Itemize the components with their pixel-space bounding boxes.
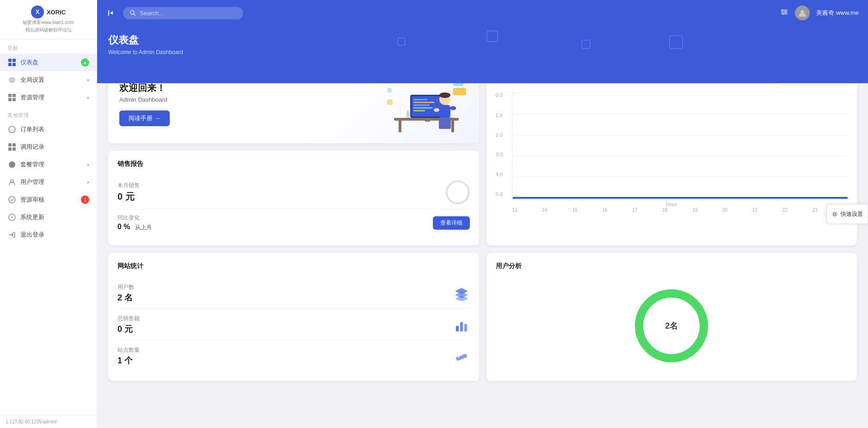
sidebar-item-dashboard-label: 仪表盘 [20, 58, 38, 67]
svg-rect-62 [460, 322, 463, 331]
sidebar-item-users[interactable]: 用户管理 ▾ [0, 173, 97, 191]
stat-row-total-sales: 总销售额 0 元 [117, 309, 470, 341]
search-box[interactable] [123, 7, 243, 19]
sidebar-item-global-settings-label: 全局设置 [20, 76, 44, 84]
svg-rect-45 [438, 117, 451, 120]
svg-rect-37 [413, 110, 425, 111]
svg-point-4 [11, 79, 13, 81]
svg-rect-6 [12, 94, 16, 97]
deco-square-3 [486, 31, 498, 42]
logo-name: XORIC [47, 9, 66, 16]
read-manual-button[interactable]: 阅读手册 → [119, 110, 170, 126]
svg-rect-64 [456, 354, 467, 361]
chevron-down-icon: ▾ [87, 78, 89, 83]
sidebar-item-call-records-label: 调用记录 [20, 143, 44, 151]
sidebar-bottom: 1.117.92.60:1235/admin/ [0, 415, 97, 428]
svg-rect-29 [399, 121, 401, 132]
quick-settings-button[interactable]: 快速设置 [826, 204, 868, 224]
sidebar-item-orders-label: 订单列表 [20, 125, 44, 134]
search-input[interactable] [140, 10, 232, 17]
svg-rect-63 [464, 324, 467, 331]
sales-change-row: 同比变化 0 % 从上月 查看详细 [117, 209, 470, 236]
svg-rect-47 [453, 88, 466, 95]
sidebar-item-call-records[interactable]: 调用记录 [0, 138, 97, 156]
logo-icon: X [31, 6, 44, 18]
donut-center-text: 2名 [665, 320, 678, 331]
stat-row-sites: 站点数量 1 个 [117, 341, 470, 372]
donut-chart: 2名 [630, 284, 713, 367]
total-sales-value: 0 元 [117, 324, 140, 335]
page-title: 仪表盘 [108, 33, 857, 47]
grid-line-10 [513, 177, 848, 177]
svg-rect-38 [425, 118, 430, 122]
logo-subtitle2: 精品源码破解软件论坛 [25, 27, 72, 33]
svg-point-40 [439, 92, 450, 98]
change-value: 0 % [117, 223, 130, 231]
sidebar-item-system-update[interactable]: 系统更新 [0, 208, 97, 226]
content: 仪表盘 Welcome to Admin Dashboard 快速设置 欢迎回来… [97, 26, 868, 428]
welcome-subtitle: Admin Dashboard [119, 96, 170, 103]
chevron-down-icon-2: ▾ [87, 95, 89, 100]
website-stats-card: 网站统计 用户数 2 名 [108, 253, 479, 381]
avatar[interactable] [795, 6, 810, 20]
sidebar-item-logout-label: 退出登录 [20, 231, 44, 239]
user-analysis-card: 用户分析 2名 [486, 253, 857, 381]
svg-rect-7 [8, 98, 12, 101]
sidebar-item-logout[interactable]: 退出登录 [0, 226, 97, 244]
filter-icon[interactable] [780, 8, 788, 18]
svg-rect-3 [12, 63, 16, 66]
svg-point-27 [834, 213, 836, 215]
users-stat-value: 2 名 [117, 292, 134, 303]
svg-marker-60 [455, 295, 468, 301]
logo-top: X XORIC [31, 6, 66, 18]
page-subtitle: Welcome to Admin Dashboard [108, 49, 857, 55]
users-stat-label: 用户数 [117, 283, 134, 291]
grid-line-50 [513, 92, 848, 93]
svg-rect-12 [8, 147, 12, 151]
logo-subtitle1: 秘爱博客www.bian1.com [23, 19, 74, 26]
sales-circle [446, 180, 470, 204]
sidebar-item-dashboard[interactable]: 仪表盘 ● [0, 54, 97, 71]
svg-rect-52 [406, 112, 409, 118]
topbar: 美酱奇 www.me [97, 0, 868, 26]
nav-section-label: 导航 [0, 39, 97, 54]
svg-point-9 [9, 126, 15, 133]
chevron-down-icon-4: ▾ [87, 180, 89, 185]
call-records-icon [7, 142, 17, 152]
review-badge: 1 [81, 196, 89, 204]
svg-rect-34 [413, 102, 434, 103]
topbar-right: 美酱奇 www.me [780, 6, 859, 20]
bar-chart-icon [453, 317, 470, 333]
stats-chart-card: 调用使用统计 Select Date 5.0 4.0 3.0 2.0 1.0 0… [486, 65, 857, 245]
main-area: 美酱奇 www.me 仪表盘 Welcome to Admin Dashboar… [97, 0, 868, 428]
chart-x-title: Hour [496, 202, 848, 207]
sidebar-item-packages[interactable]: 套餐管理 ▾ [0, 156, 97, 173]
sidebar-item-global-settings[interactable]: 全局设置 ▾ [0, 71, 97, 89]
layers-icon [453, 285, 470, 302]
svg-rect-1 [12, 59, 16, 62]
grid-line-40 [513, 114, 848, 114]
sales-card: 销售报告 本月销售 0 元 同比变化 0 % 从上月 [108, 151, 479, 245]
users-icon [7, 177, 17, 187]
svg-rect-53 [407, 110, 409, 112]
welcome-title: 欢迎回来！ [119, 82, 170, 94]
cards-grid: 欢迎回来！ Admin Dashboard 阅读手册 → [97, 65, 868, 253]
total-sales-label: 总销售额 [117, 315, 140, 323]
sidebar-logo: X XORIC 秘爱博客www.bian1.com 精品源码破解软件论坛 [0, 0, 97, 39]
svg-rect-30 [451, 121, 454, 132]
welcome-content: 欢迎回来！ Admin Dashboard 阅读手册 → [119, 82, 170, 126]
view-detail-button[interactable]: 查看详细 [433, 216, 470, 230]
svg-rect-67 [462, 352, 463, 354]
svg-rect-2 [8, 63, 12, 66]
sidebar-item-resource-review[interactable]: 资源审核 1 [0, 191, 97, 208]
svg-rect-51 [387, 88, 392, 92]
resource-icon [7, 93, 17, 102]
sidebar-item-orders[interactable]: 订单列表 [0, 121, 97, 138]
logout-icon [7, 230, 17, 239]
svg-rect-5 [8, 94, 12, 97]
chart-area: 5.0 4.0 3.0 2.0 1.0 0.0 [496, 92, 848, 213]
sidebar-item-resource-management[interactable]: 资源管理 ▾ [0, 89, 97, 106]
settings-icon [7, 75, 17, 85]
sidebar-toggle-button[interactable] [106, 8, 116, 18]
chevron-down-icon-3: ▾ [87, 162, 89, 167]
